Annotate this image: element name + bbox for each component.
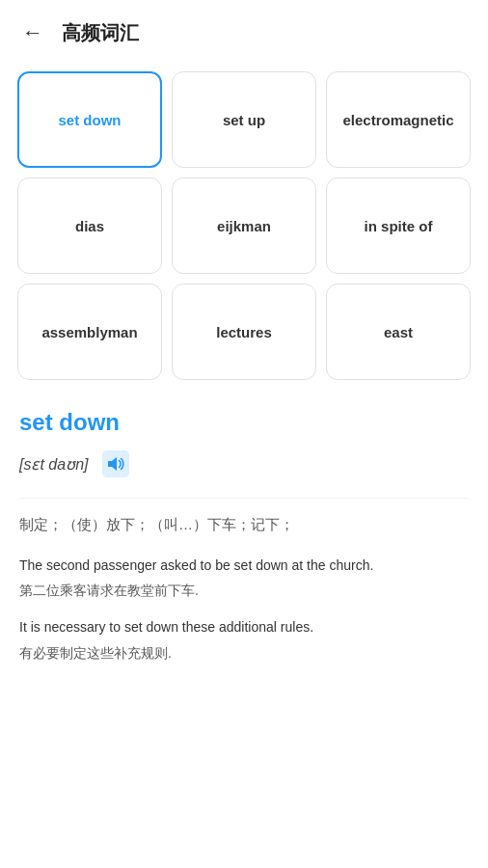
- word-grid: set downset upelectromagneticdiaseijkman…: [0, 62, 488, 399]
- word-card-text-dias: dias: [75, 216, 104, 236]
- word-card-east[interactable]: east: [326, 284, 471, 380]
- back-button[interactable]: ←: [15, 15, 50, 50]
- example-1-en: The second passenger asked to be set dow…: [19, 555, 469, 576]
- detail-word: set down: [19, 409, 469, 436]
- page-title: 高频词汇: [62, 20, 139, 46]
- audio-icon: [102, 450, 129, 477]
- detail-section: set down [sɛt daʊn] 制定；（使）放下；（叫…）下车；记下； …: [0, 399, 488, 698]
- phonetic-row: [sɛt daʊn]: [19, 448, 469, 480]
- word-card-dias[interactable]: dias: [17, 177, 162, 274]
- definition-text: 制定；（使）放下；（叫…）下车；记下；: [19, 512, 469, 537]
- word-card-electromagnetic[interactable]: electromagnetic: [326, 71, 471, 168]
- example-2-cn: 有必要制定这些补充规则.: [19, 642, 469, 664]
- word-card-text-set-up: set up: [223, 110, 265, 130]
- example-1: The second passenger asked to be set dow…: [19, 555, 469, 602]
- divider: [19, 498, 469, 499]
- example-2-en: It is necessary to set down these additi…: [19, 616, 469, 637]
- word-card-text-assemblyman: assemblyman: [41, 322, 137, 342]
- audio-button[interactable]: [99, 448, 132, 480]
- word-card-text-set-down: set down: [58, 110, 121, 130]
- word-card-lectures[interactable]: lectures: [172, 284, 316, 380]
- word-card-set-up[interactable]: set up: [172, 71, 316, 168]
- word-card-text-lectures: lectures: [216, 322, 272, 342]
- word-card-eijkman[interactable]: eijkman: [172, 177, 316, 274]
- word-card-text-electromagnetic: electromagnetic: [342, 110, 453, 130]
- word-card-set-down[interactable]: set down: [17, 71, 162, 168]
- example-2: It is necessary to set down these additi…: [19, 616, 469, 664]
- header: ← 高频词汇: [0, 0, 488, 62]
- word-card-assemblyman[interactable]: assemblyman: [17, 284, 162, 380]
- word-card-text-eijkman: eijkman: [217, 216, 271, 236]
- word-card-text-east: east: [384, 322, 413, 342]
- word-card-text-in-spite-of: in spite of: [365, 216, 433, 236]
- word-card-in-spite-of[interactable]: in spite of: [326, 177, 471, 274]
- example-1-cn: 第二位乘客请求在教堂前下车.: [19, 580, 469, 601]
- phonetic-text: [sɛt daʊn]: [19, 455, 88, 474]
- back-icon: ←: [22, 20, 43, 45]
